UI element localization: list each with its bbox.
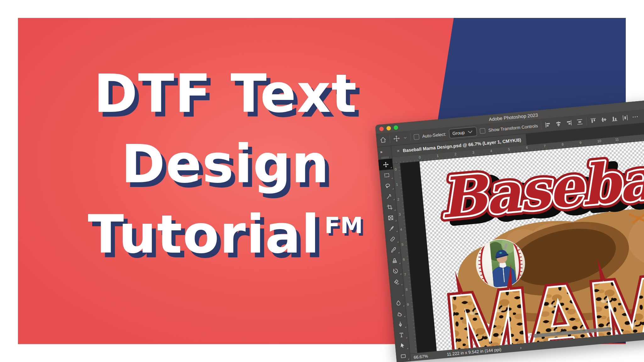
lasso-tool-icon [384, 183, 391, 189]
align-icons-group [544, 118, 583, 129]
align-top-icon[interactable] [590, 117, 597, 124]
v-ruler-number: 3 [399, 212, 401, 217]
auto-select-label: Auto-Select: [422, 132, 446, 139]
rectangular-marquee-tool-button[interactable] [379, 169, 394, 181]
show-transform-label: Show Transform Controls [488, 123, 538, 133]
smudge-tool-icon [396, 310, 402, 317]
h-ruler-number: 7 [544, 144, 546, 148]
crop-tool-button[interactable] [382, 201, 397, 213]
v-ruler-number: 8 [405, 288, 408, 292]
canvas[interactable]: Baseball Baseball Baseball MAMA MAMA [419, 140, 644, 353]
rectangular-marquee-tool-icon [383, 172, 390, 178]
h-ruler-number: 9 [579, 141, 581, 145]
type-tool-button[interactable] [394, 329, 408, 341]
divider [410, 133, 411, 141]
h-ruler-number: 8 [561, 142, 564, 146]
pen-tool-icon [397, 321, 403, 327]
divider [389, 135, 390, 143]
magic-wand-tool-button[interactable] [381, 190, 396, 202]
move-tool-icon [382, 161, 389, 168]
frame-tool-icon [387, 214, 394, 221]
crop-tool-icon [386, 204, 393, 211]
show-transform-checkbox[interactable] [480, 128, 485, 134]
pasteboard: Baseball Baseball Baseball MAMA MAMA [400, 140, 644, 353]
eyedropper-tool-icon [388, 225, 395, 232]
headline-line-2: Design [18, 129, 433, 199]
move-tool-icon[interactable] [393, 135, 400, 142]
h-ruler-number: 6 [526, 145, 528, 150]
align-icons-group [590, 114, 629, 124]
chevron-down-icon [466, 128, 474, 136]
headline-line-3: TutorialFM [18, 199, 433, 270]
window-body: » × Baseball Mama Design.psd @ 66.7% (La… [377, 122, 644, 362]
toolbar-collapse-button[interactable]: » [377, 146, 392, 157]
h-ruler-number: 5 [508, 147, 510, 151]
v-ruler-number: 1 [396, 182, 398, 186]
healing-brush-tool-icon [389, 236, 396, 242]
home-icon[interactable] [379, 136, 387, 144]
v-ruler-number: 7 [404, 272, 406, 277]
distribute-v-icon[interactable] [576, 118, 584, 126]
v-ruler-number: 4 [400, 228, 402, 232]
rectangle-tool-button[interactable] [396, 350, 411, 362]
photoshop-window: Adobe Photoshop 2023 ⋯ Auto-Select: Grou… [375, 100, 644, 362]
design-artwork: Baseball Baseball Baseball MAMA MAMA [419, 140, 644, 353]
brush-tool-button[interactable] [386, 244, 401, 255]
status-chevron-icon[interactable]: › [520, 345, 522, 350]
headline-line-1: DTF Text [18, 58, 433, 129]
clone-stamp-tool-icon [391, 257, 398, 264]
headline: DTF Text Design TutorialFM [18, 58, 433, 270]
eyedropper-tool-button[interactable] [384, 222, 399, 234]
eraser-tool-icon [393, 278, 400, 285]
move-tool-button[interactable] [378, 159, 393, 171]
zoom-level[interactable]: 66.67% [414, 354, 428, 359]
blur-tool-icon [395, 299, 402, 306]
align-bottom-icon[interactable] [611, 115, 619, 123]
v-ruler-number: 5 [401, 242, 403, 246]
rectangle-tool-icon [400, 353, 407, 359]
align-right-icon[interactable] [565, 119, 573, 127]
pen-tool-button[interactable] [393, 318, 408, 330]
h-ruler-number: 10 [597, 139, 601, 143]
content-row: 0123456789 [393, 140, 644, 354]
v-ruler-number: 2 [397, 197, 399, 201]
lasso-tool-button[interactable] [380, 180, 395, 192]
frame-tool-button[interactable] [383, 212, 398, 224]
gradient-tool-icon [394, 289, 401, 295]
history-brush-tool-icon [392, 268, 399, 274]
path-selection-tool-button[interactable] [395, 339, 409, 351]
brush-tool-icon [390, 246, 397, 253]
align-middle-v-icon[interactable] [600, 116, 608, 123]
align-center-h-icon[interactable] [555, 120, 562, 128]
v-ruler-number: 9 [407, 303, 409, 307]
h-ruler-number: 0 [419, 155, 421, 159]
eraser-tool-button[interactable] [389, 276, 404, 288]
type-tool-icon [398, 332, 404, 338]
more-options-icon[interactable] [631, 113, 639, 121]
healing-brush-tool-button[interactable] [385, 233, 400, 245]
divider [541, 121, 541, 129]
h-ruler-number: 3 [472, 151, 475, 155]
h-ruler-number: 1 [436, 154, 439, 158]
h-ruler-number: 11 [615, 137, 619, 141]
auto-select-dropdown[interactable]: Group [449, 127, 477, 139]
history-brush-tool-button[interactable] [388, 265, 403, 277]
smudge-tool-button[interactable] [392, 308, 407, 320]
align-left-icon[interactable] [544, 121, 552, 129]
divider [586, 117, 587, 125]
v-ruler-number: 6 [403, 257, 405, 261]
magic-wand-tool-icon [385, 193, 392, 200]
auto-select-checkbox[interactable] [414, 134, 419, 140]
path-selection-tool-icon [399, 342, 406, 349]
blur-tool-button[interactable] [391, 297, 406, 309]
document-area: × Baseball Mama Design.psd @ 66.7% (Laye… [391, 122, 644, 361]
distribute-h-icon[interactable] [621, 114, 629, 122]
close-tab-icon[interactable]: × [397, 148, 400, 154]
v-ruler-number: 0 [394, 167, 397, 171]
gradient-tool-button[interactable] [390, 286, 405, 298]
clone-stamp-tool-button[interactable] [387, 254, 402, 266]
h-ruler-number: 2 [454, 152, 457, 156]
h-ruler-number: 4 [490, 149, 492, 153]
chevron-down-icon[interactable] [403, 134, 408, 141]
